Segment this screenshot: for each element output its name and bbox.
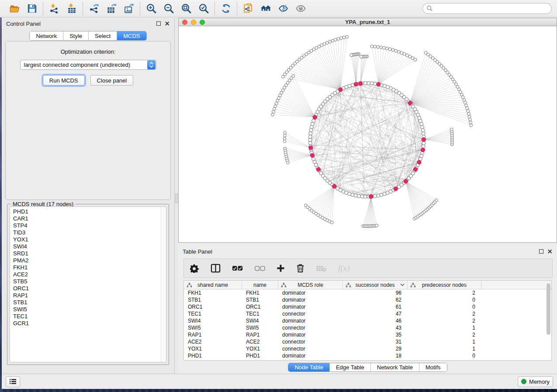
graph-node[interactable] <box>284 131 287 134</box>
graph-node[interactable] <box>380 193 383 196</box>
list-item[interactable]: STP4 <box>13 222 161 229</box>
table-row[interactable]: SWI5SWI5connector431 <box>184 324 551 331</box>
table-row[interactable]: SWI4SWI4dominator462 <box>184 317 551 324</box>
window-minimize-light[interactable] <box>191 20 196 25</box>
graph-hub-node[interactable] <box>414 167 418 171</box>
graph-node[interactable] <box>380 46 383 49</box>
graph-node[interactable] <box>331 39 334 42</box>
graph-node[interactable] <box>422 144 425 148</box>
graph-node[interactable] <box>467 112 471 115</box>
zoom-out-button[interactable] <box>162 2 175 15</box>
graph-node[interactable] <box>424 52 427 55</box>
graph-node[interactable] <box>272 110 275 113</box>
graph-hub-node[interactable] <box>313 115 317 119</box>
list-item[interactable]: PMA2 <box>13 257 161 264</box>
graph-hub-node[interactable] <box>309 146 313 150</box>
graph-node[interactable] <box>348 192 351 196</box>
graph-node[interactable] <box>422 132 425 135</box>
list-item[interactable]: ORC1 <box>13 285 161 292</box>
graph-hub-node[interactable] <box>404 179 408 183</box>
graph-node[interactable] <box>340 37 343 40</box>
float-table-panel-icon[interactable] <box>539 249 543 254</box>
delete-table-button[interactable] <box>316 265 327 272</box>
graph-node[interactable] <box>397 50 400 53</box>
graph-node[interactable] <box>283 140 286 143</box>
graph-hub-node[interactable] <box>369 195 373 199</box>
list-item[interactable]: SWI5 <box>13 306 161 313</box>
table-row[interactable]: ACE2ACE2connector311 <box>184 338 551 345</box>
graph-node[interactable] <box>468 115 471 118</box>
graph-node[interactable] <box>343 36 346 39</box>
graph-hub-node[interactable] <box>408 101 412 105</box>
import-table-button[interactable] <box>65 2 78 15</box>
tab-edge-table[interactable]: Edge Table <box>330 363 371 371</box>
export-network-button[interactable] <box>87 2 100 15</box>
list-item[interactable]: STB1 <box>13 299 161 306</box>
graph-hub-node[interactable] <box>354 82 358 86</box>
graph-node[interactable] <box>271 113 274 116</box>
graph-node[interactable] <box>274 105 277 108</box>
result-list-scrollbar[interactable] <box>161 207 166 362</box>
graph-hub-node[interactable] <box>332 184 336 188</box>
graph-hub-node[interactable] <box>316 167 320 171</box>
list-item[interactable]: TEC1 <box>13 313 161 320</box>
add-column-button[interactable] <box>277 264 285 272</box>
graph-node[interactable] <box>403 52 406 55</box>
graph-node[interactable] <box>310 125 313 129</box>
graph-node[interactable] <box>377 194 380 197</box>
graph-hub-node[interactable] <box>394 187 398 191</box>
mcds-result-list[interactable]: PHD1CAR1STP4TID3YOX1SWI4SRD1PMA2FKH1ACE2… <box>10 206 166 362</box>
graph-node[interactable] <box>408 55 412 58</box>
table-row[interactable]: STB1STB1dominator620 <box>184 296 551 303</box>
tab-motifs[interactable]: Motifs <box>419 363 447 371</box>
close-panel-icon[interactable]: ✕ <box>164 21 170 27</box>
graph-node[interactable] <box>391 48 394 52</box>
graph-node[interactable] <box>370 45 374 48</box>
zoom-fit-button[interactable] <box>180 2 193 15</box>
table-row[interactable]: RAP1RAP1dominator352 <box>184 331 551 338</box>
graph-node[interactable] <box>360 195 364 198</box>
table-scrollbar[interactable] <box>547 283 551 357</box>
graph-node[interactable] <box>351 83 354 87</box>
table-row[interactable]: FKH1FKH1dominator962 <box>184 289 551 296</box>
memory-button[interactable]: Memory <box>518 376 553 387</box>
graph-node[interactable] <box>337 38 340 41</box>
tab-network-table[interactable]: Network Table <box>371 363 419 371</box>
zoom-in-button[interactable] <box>145 2 158 15</box>
col-shared-name[interactable]: shared name <box>184 281 242 289</box>
splitter-grip[interactable] <box>175 193 178 203</box>
criterion-dropdown[interactable]: largest connected component (undirected) <box>20 60 156 70</box>
graph-node[interactable] <box>394 49 398 52</box>
save-session-button[interactable] <box>25 2 38 15</box>
graph-node[interactable] <box>350 54 353 57</box>
list-item[interactable]: GCR1 <box>13 320 161 327</box>
deselect-all-button[interactable] <box>254 265 265 272</box>
graph-hub-node[interactable] <box>359 82 363 86</box>
window-zoom-light[interactable] <box>200 20 205 25</box>
graph-node[interactable] <box>360 55 363 58</box>
graph-node[interactable] <box>375 224 378 227</box>
col-mcds-role[interactable]: MCDS role <box>278 281 343 289</box>
list-item[interactable]: TID3 <box>13 229 161 236</box>
export-image-button[interactable] <box>122 2 135 15</box>
graph-node[interactable] <box>309 132 312 135</box>
graph-node[interactable] <box>351 193 354 196</box>
graph-node[interactable] <box>309 128 313 132</box>
col-predecessor-nodes[interactable]: predecessor nodes <box>408 281 481 289</box>
window-close-light[interactable] <box>182 20 187 25</box>
graph-node[interactable] <box>308 138 312 142</box>
function-builder-button[interactable]: f(x) <box>338 264 349 273</box>
close-panel-button[interactable]: Close panel <box>90 75 134 86</box>
run-mcds-button[interactable]: Run MCDS <box>43 75 85 86</box>
graph-node[interactable] <box>283 134 286 137</box>
scrollbar-thumb[interactable] <box>547 283 550 335</box>
toggle-graphics-details-button[interactable] <box>277 2 290 15</box>
graph-node[interactable] <box>406 54 409 57</box>
graph-node[interactable] <box>374 194 377 198</box>
list-item[interactable]: RAP1 <box>13 292 161 299</box>
list-item[interactable]: FKH1 <box>13 264 161 271</box>
graph-node[interactable] <box>385 47 388 50</box>
graph-node[interactable] <box>276 99 279 102</box>
graph-node[interactable] <box>422 141 426 145</box>
tab-mcds[interactable]: MCDS <box>117 31 146 40</box>
